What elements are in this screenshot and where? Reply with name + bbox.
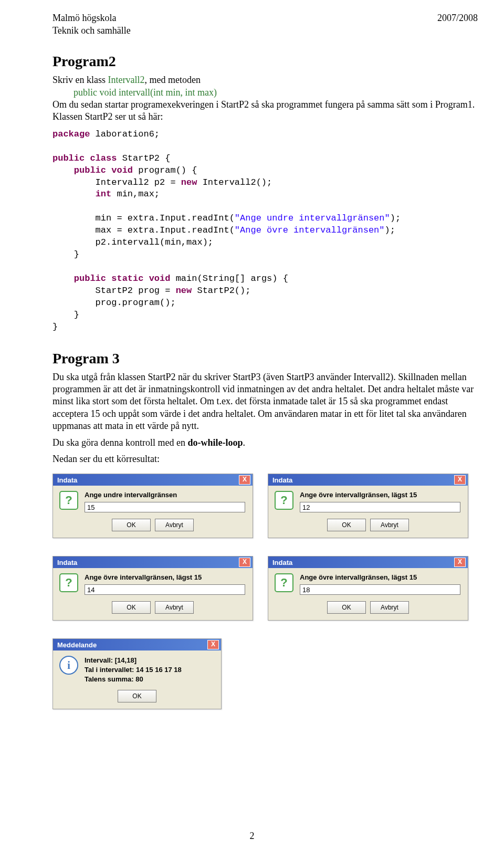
dialog-indata-3: Indata X ? Ange övre intervallgränsen, l… [52,556,253,621]
dialog-prompt: Ange undre intervallgränsen [85,491,245,499]
close-icon[interactable]: X [454,558,466,567]
dialog-input[interactable] [85,502,245,512]
class-name-intervall2: Intervall2 [108,75,145,85]
question-icon: ? [59,573,78,592]
ok-button[interactable]: OK [112,519,151,531]
program2-intro: Skriv en klass Intervall2, med metoden p… [52,74,478,123]
info-icon: i [59,656,78,675]
code-block: package laboration6; public class StartP… [52,129,478,333]
dialog-meddelande: Meddelande X i Intervall: [14,18] Tal i … [52,638,222,709]
cancel-button[interactable]: Avbryt [370,519,409,531]
program3-para3: Nedan ser du ett körresultat: [52,453,478,465]
ok-button[interactable]: OK [112,601,151,614]
program3-para2: Du ska göra denna kontroll med en do-whi… [52,437,478,449]
question-icon: ? [275,573,293,592]
method-signature: public void intervall(int min, int max) [74,87,478,99]
dialog-title: Meddelande [57,641,97,649]
dialog-indata-4: Indata X ? Ange övre intervallgränsen, l… [268,556,468,621]
program2-title: Program2 [52,53,478,70]
dialog-title: Indata [57,476,77,484]
cancel-button[interactable]: Avbryt [155,519,194,531]
header-left-1: Malmö högskola [52,13,131,24]
cancel-button[interactable]: Avbryt [370,601,409,614]
dialog-indata-1: Indata X ? Ange undre intervallgränsen O… [52,474,253,538]
dialog-title: Indata [272,559,292,566]
close-icon[interactable]: X [207,640,219,649]
ok-button[interactable]: OK [118,690,156,702]
dialog-input[interactable] [300,502,460,512]
ok-button[interactable]: OK [327,601,366,614]
page-number: 2 [0,831,504,842]
dialog-prompt: Ange övre intervallgränsen, lägst 15 [300,573,460,581]
program3-para1: Du ska utgå från klassen StartP2 när du … [52,371,478,433]
close-icon[interactable]: X [454,475,466,485]
dialog-title: Indata [57,559,77,566]
header-left-2: Teknik och samhälle [52,25,131,37]
header-right: 2007/2008 [437,13,478,36]
cancel-button[interactable]: Avbryt [155,601,194,614]
dialog-prompt: Ange övre intervallgränsen, lägst 15 [300,491,460,499]
dialog-title: Indata [272,476,292,484]
dialog-indata-2: Indata X ? Ange övre intervallgränsen, l… [268,474,468,538]
close-icon[interactable]: X [239,475,250,485]
dialog-prompt: Ange övre intervallgränsen, lägst 15 [85,573,245,581]
close-icon[interactable]: X [239,558,250,567]
question-icon: ? [275,491,293,510]
question-icon: ? [59,491,78,510]
message-text: Intervall: [14,18] Tal i intervallet: 14… [85,656,214,684]
ok-button[interactable]: OK [327,519,366,531]
dialog-input[interactable] [300,584,460,595]
program3-title: Program 3 [52,350,478,367]
dialog-input[interactable] [85,584,245,595]
